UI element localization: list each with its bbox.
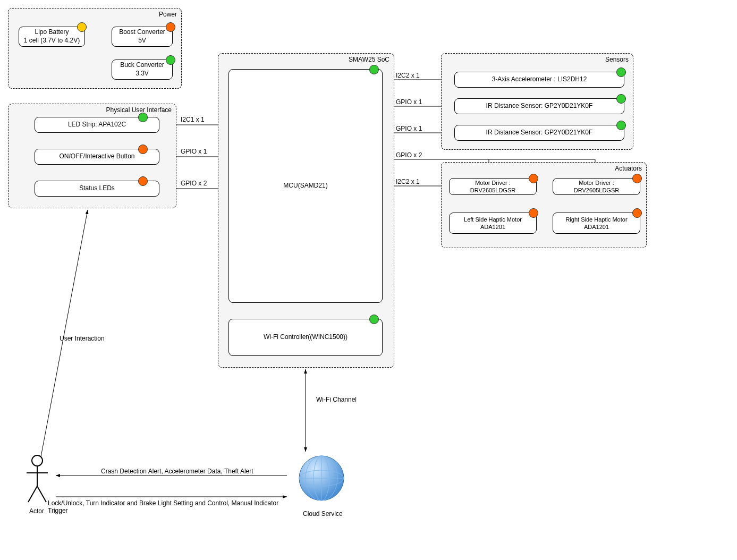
box-wifi: Wi-Fi Controller((WINC1500)) [228, 319, 383, 356]
buck-l2: 3.3V [135, 70, 149, 78]
group-actuators-title: Actuators [615, 165, 642, 172]
dot-button [138, 145, 148, 154]
dot-status [138, 176, 148, 186]
box-mcu: MCU(SAMD21) [228, 69, 383, 303]
group-soc-title: SMAW25 SoC [349, 56, 389, 63]
svg-line-20 [37, 486, 46, 502]
svg-line-19 [28, 486, 37, 502]
actor-label: Actor [29, 507, 44, 515]
dot-md2 [632, 174, 642, 183]
group-sensors-title: Sensors [605, 56, 629, 63]
rm-l2: ADA1201 [584, 223, 609, 231]
mcu-label: MCU(SAMD21) [283, 182, 327, 190]
box-md2: Motor Driver : DRV2605LDGSR [553, 178, 640, 195]
box-ir1: IR Distance Sensor: GP2Y0D21YK0F [454, 98, 624, 114]
dot-buck [166, 55, 175, 65]
dot-rm [632, 208, 642, 218]
lipo-l2: 1 cell (3.7V to 4.2V) [24, 37, 80, 45]
status-label: Status LEDs [79, 184, 115, 193]
label-gpio1a: GPIO x 1 [181, 148, 207, 155]
label-gpio1b: GPIO x 1 [396, 98, 422, 106]
label-i2c2b: I2C2 x 1 [396, 178, 420, 185]
label-userint: User Interaction [60, 335, 105, 342]
ir2-label: IR Distance Sensor: GP2Y0D21YK0F [486, 129, 593, 137]
dot-ir1 [616, 94, 626, 104]
label-gpio2b: GPIO x 2 [396, 151, 422, 159]
dot-lipo [77, 22, 87, 32]
box-lipo: Lipo Battery 1 cell (3.7V to 4.2V) [19, 27, 85, 47]
box-rm: Right Side Haptic Motor ADA1201 [553, 213, 640, 234]
dot-led [138, 113, 148, 122]
dot-wifi [369, 315, 379, 324]
box-boost: Boost Converter 5V [112, 27, 173, 47]
ir1-label: IR Distance Sensor: GP2Y0D21YK0F [486, 102, 593, 111]
dot-lm [529, 208, 538, 218]
dot-md1 [529, 174, 538, 183]
lipo-l1: Lipo Battery [35, 28, 69, 37]
box-md1: Motor Driver : DRV2605LDGSR [449, 178, 537, 195]
cloud-label: Cloud Service [303, 510, 343, 517]
dot-boost [166, 22, 175, 32]
label-i2c1: I2C1 x 1 [181, 116, 205, 123]
md1-label: Motor Driver : DRV2605LDGSR [452, 179, 534, 194]
boost-l2: 5V [138, 37, 146, 45]
group-power-title: Power [159, 11, 177, 18]
group-actuators: Actuators [441, 162, 647, 248]
button-label: ON/OFF/Interactive Button [59, 152, 134, 161]
box-accel: 3-Axis Accelerometer : LIS2DH12 [454, 72, 624, 88]
box-lm: Left Side Haptic Motor ADA1201 [449, 213, 537, 234]
dot-accel [616, 67, 626, 77]
label-gpio2a: GPIO x 2 [181, 180, 207, 187]
label-down: Lock/Unlock, Turn Indicator and Brake Li… [48, 499, 298, 514]
box-buck: Buck Converter 3.3V [112, 60, 173, 80]
led-strip-label: LED Strip: APA102C [68, 121, 126, 129]
dot-ir2 [616, 121, 626, 130]
diagram-canvas: Power Lipo Battery 1 cell (3.7V to 4.2V)… [0, 0, 737, 560]
dot-mcu [369, 65, 379, 74]
group-pui-title: Physical User Interface [106, 106, 172, 114]
box-ir2: IR Distance Sensor: GP2Y0D21YK0F [454, 125, 624, 141]
accel-label: 3-Axis Accelerometer : LIS2DH12 [492, 75, 587, 84]
lm-l1: Left Side Haptic Motor [464, 216, 522, 223]
buck-l1: Buck Converter [120, 61, 164, 70]
wifi-label: Wi-Fi Controller((WINC1500)) [264, 333, 348, 342]
rm-l1: Right Side Haptic Motor [565, 216, 627, 223]
boost-l1: Boost Converter [119, 28, 165, 37]
lm-l2: ADA1201 [480, 223, 505, 231]
svg-point-16 [32, 455, 43, 466]
label-up: Crash Detection Alert, Accelerometer Dat… [101, 468, 314, 475]
label-i2c2a: I2C2 x 1 [396, 72, 420, 79]
label-gpio1c: GPIO x 1 [396, 125, 422, 132]
md2-label: Motor Driver : DRV2605LDGSR [555, 179, 638, 194]
label-wifich: Wi-Fi Channel [316, 396, 357, 403]
